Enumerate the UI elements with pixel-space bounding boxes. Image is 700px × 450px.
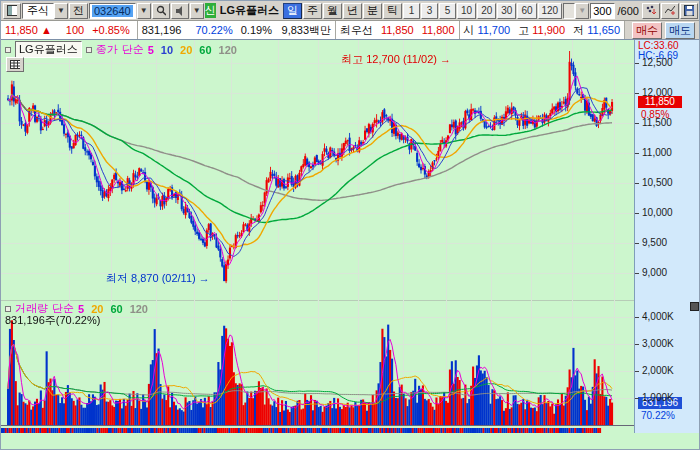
- volume-value: 831,196: [142, 24, 182, 36]
- trade-value: 9,833백만: [282, 23, 332, 38]
- add-indicator-icon[interactable]: [661, 3, 679, 19]
- current-volume-pct: 70.22%: [641, 410, 675, 421]
- axis-settings-icon[interactable]: [690, 302, 699, 311]
- stock-name: LG유플러스: [217, 3, 282, 18]
- interval-button[interactable]: 1: [403, 3, 420, 19]
- low-price: 11,650: [587, 24, 620, 36]
- legend-price-type: 종가: [96, 42, 118, 57]
- legend-checkbox-icon[interactable]: [5, 47, 11, 53]
- price-tick-label: 9,500: [642, 237, 667, 248]
- compare-chart-icon[interactable]: [642, 3, 660, 19]
- new-stock-badge: 신: [205, 3, 216, 18]
- highest-price-annotation: 최고 12,700 (11/02) →: [341, 52, 451, 67]
- interval-buttons: 13510203060120: [403, 3, 562, 19]
- ma-period-label: 120: [130, 303, 148, 315]
- main-chart-legend: LG유플러스 종가 단순 5102060120: [5, 41, 237, 58]
- save-icon[interactable]: [680, 3, 698, 19]
- best-ask: 11,800: [422, 24, 455, 36]
- legend-checkbox-icon[interactable]: [5, 306, 11, 312]
- legend-method: 단순: [122, 42, 144, 57]
- period-buttons: 일주월년분틱: [283, 3, 402, 19]
- volume-tick-label: 1,000K: [642, 392, 674, 403]
- legend-checkbox-icon[interactable]: [86, 47, 92, 53]
- grid-tool-icon[interactable]: [6, 57, 24, 72]
- main-ma-legend: 5102060120: [148, 44, 237, 56]
- volume-tick-label: 2,000K: [642, 365, 674, 376]
- period-button[interactable]: 분: [363, 3, 382, 19]
- ma-period-label: 5: [148, 44, 154, 56]
- ma-period-label: 10: [161, 44, 173, 56]
- toolbar-main: 주식▼ 전 032640 ▼ ▼ 신 LG유플러스 일주월년분틱 1351020…: [1, 1, 699, 20]
- interval-button[interactable]: 120: [538, 3, 563, 19]
- candle-color-strip: [1, 428, 634, 433]
- price-tick-label: 9,000: [642, 267, 667, 278]
- legend-stock-name: LG유플러스: [15, 41, 82, 58]
- panel-toggle-icon[interactable]: [3, 3, 21, 19]
- price-tick-label: 12,500: [642, 57, 673, 68]
- price-change-pct: +0.85%: [92, 24, 130, 36]
- ma-period-label: 120: [219, 44, 237, 56]
- stock-code-input[interactable]: 032640: [89, 3, 136, 19]
- code-dropdown-icon[interactable]: ▼: [137, 3, 151, 19]
- lowest-price-annotation: 최저 8,870 (02/11) →: [106, 271, 210, 286]
- period-button[interactable]: 년: [343, 3, 362, 19]
- ma-period-label: 60: [110, 303, 122, 315]
- bar-total-label: /600: [616, 5, 641, 17]
- period-button[interactable]: 주: [303, 3, 322, 19]
- volume-axis: 831,196 70.22% 4,000K3,000K2,000K1,000K: [634, 300, 700, 433]
- disabled-select[interactable]: ▼: [563, 3, 589, 19]
- current-price: 11,850 ▲: [5, 24, 52, 36]
- interval-button[interactable]: 10: [457, 3, 476, 19]
- price-tick-label: 10,000: [642, 207, 673, 218]
- chevron-down-icon[interactable]: ▼: [575, 3, 589, 19]
- interval-button[interactable]: 5: [439, 3, 456, 19]
- jeon-button[interactable]: 전: [69, 3, 88, 19]
- sound-icon[interactable]: [171, 3, 189, 19]
- sound-dropdown-icon[interactable]: ▼: [190, 3, 204, 19]
- search-icon[interactable]: [152, 3, 170, 19]
- chart-zone: LG유플러스 종가 단순 5102060120 최고 12,700 (11/02…: [1, 40, 700, 450]
- chevron-down-icon[interactable]: ▼: [54, 3, 68, 19]
- open-label: 시: [463, 23, 474, 38]
- best-bid: 11,850: [381, 24, 414, 36]
- asset-type-select[interactable]: 주식▼: [22, 3, 68, 19]
- ma-period-label: 60: [199, 44, 211, 56]
- volume-ratio: 70.22%: [195, 24, 232, 36]
- high-label: 고: [518, 23, 529, 38]
- period-button[interactable]: 일: [283, 3, 302, 19]
- bar-count-input[interactable]: 300: [590, 3, 614, 19]
- price-tick-label: 12,000: [642, 87, 673, 98]
- interval-button[interactable]: 60: [517, 3, 536, 19]
- up-arrow-icon: ▲: [41, 24, 52, 36]
- period-button[interactable]: 틱: [383, 3, 402, 19]
- main-price-chart[interactable]: [1, 40, 634, 300]
- volume-tick-label: 4,000K: [642, 311, 674, 322]
- low-label: 저: [573, 23, 584, 38]
- interval-button[interactable]: 20: [477, 3, 496, 19]
- price-tick-label: 11,500: [642, 117, 672, 128]
- price-change: 100: [66, 24, 84, 36]
- quote-bar: 11,850 ▲ 100 +0.85% 831,196 70.22% 0.19%…: [1, 20, 699, 40]
- stock-code-value: 032640: [92, 5, 133, 17]
- best-quote-label: 최우선: [340, 23, 373, 38]
- buy-button[interactable]: 매수: [632, 22, 662, 39]
- interval-button[interactable]: 30: [497, 3, 516, 19]
- current-volume-text: 831,196주(70.22%): [5, 313, 100, 328]
- price-tick-label: 10,500: [642, 177, 673, 188]
- turnover-ratio: 0.19%: [241, 24, 272, 36]
- asset-type-value: 주식: [22, 3, 54, 19]
- period-button[interactable]: 월: [323, 3, 342, 19]
- volume-tick-label: 3,000K: [642, 338, 674, 349]
- high-price: 11,900: [532, 24, 565, 36]
- sell-button[interactable]: 매도: [665, 22, 695, 39]
- interval-button[interactable]: 3: [421, 3, 438, 19]
- open-price: 11,700: [477, 24, 510, 36]
- price-axis: LC:33.60 HC:-6.69 11,850 0.85% 12,50012,…: [634, 40, 700, 300]
- ma-period-label: 20: [180, 44, 192, 56]
- price-tick-label: 11,000: [642, 147, 672, 158]
- stock-chart-window: 주식▼ 전 032640 ▼ ▼ 신 LG유플러스 일주월년분틱 1351020…: [0, 0, 700, 450]
